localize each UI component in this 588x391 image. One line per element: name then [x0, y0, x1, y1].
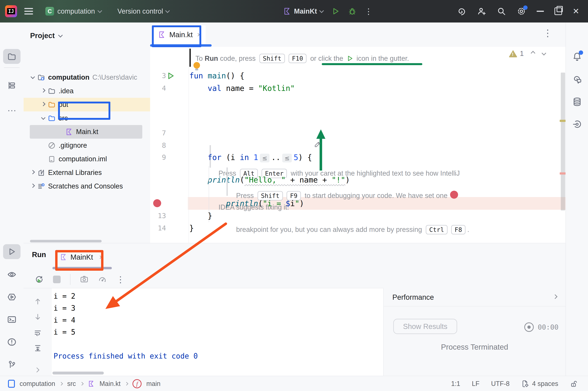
rerun-button[interactable]	[35, 275, 44, 284]
tree-item-idea[interactable]: .idea	[24, 84, 168, 98]
line-number: 8	[150, 139, 166, 152]
tab-options-button[interactable]: ⋮	[543, 28, 552, 38]
status-bar: computation src Main.kt f main 1:1 LF UT…	[0, 376, 588, 391]
caret-position-widget[interactable]: 1:1	[451, 380, 460, 388]
line-number: 14	[150, 222, 166, 234]
tree-item-gitignore[interactable]: .gitignore	[24, 139, 168, 152]
tree-item-label: Scratches and Consoles	[48, 182, 123, 190]
radar-icon[interactable]	[572, 119, 582, 130]
tree-item-scratches[interactable]: Scratches and Consoles	[24, 180, 158, 193]
problems-tool-button[interactable]	[3, 335, 20, 349]
soft-wrap-button[interactable]	[34, 329, 42, 337]
left-tool-window-stripe: …	[0, 22, 24, 376]
editor-scrollbar[interactable]	[561, 73, 565, 210]
line-ending-widget[interactable]: LF	[472, 380, 480, 388]
project-view-selector[interactable]: Project	[30, 32, 62, 40]
project-badge-icon	[8, 380, 15, 388]
vcs-menu-button[interactable]: Version control	[117, 7, 169, 15]
chevron-right-icon	[41, 88, 45, 93]
tree-item-computation-iml[interactable]: computation.iml	[24, 152, 168, 166]
chevron-down-icon	[58, 33, 63, 37]
prev-problem-button[interactable]	[531, 51, 535, 55]
breakpoint-icon[interactable]	[153, 199, 161, 207]
function-icon: f	[132, 379, 142, 388]
project-widget[interactable]: C computation	[45, 7, 101, 16]
chevron-right-icon[interactable]	[553, 294, 557, 299]
close-button[interactable]: ✕	[573, 7, 579, 15]
horizontal-scrollbar[interactable]	[30, 240, 102, 242]
structure-icon[interactable]	[3, 78, 20, 93]
ai-assistant-chat-icon[interactable]	[572, 74, 582, 85]
chevron-right-icon	[30, 184, 35, 188]
stop-button[interactable]	[53, 276, 61, 283]
inspection-widget[interactable]: 1	[509, 50, 546, 58]
project-tool-button[interactable]	[3, 49, 20, 64]
run-button[interactable]	[331, 7, 340, 16]
project-panel: Project computation C:\Users\davic .idea…	[24, 22, 150, 243]
console-line: i = 4	[54, 314, 198, 326]
tree-item-external-libraries[interactable]: External Libraries	[24, 166, 158, 180]
lock-icon[interactable]	[570, 380, 578, 388]
run-tool-button[interactable]	[3, 244, 20, 259]
minimize-button[interactable]	[537, 11, 544, 12]
console-line: i = 5	[54, 326, 198, 338]
run-configuration-selector[interactable]: MainKt	[283, 7, 323, 15]
breadcrumb-file[interactable]: Main.kt	[99, 380, 120, 388]
console-horizontal-scrollbar[interactable]	[52, 372, 104, 375]
project-folder-icon	[37, 74, 45, 82]
snapshot-button[interactable]	[80, 275, 89, 284]
breadcrumb-project[interactable]: computation	[20, 380, 55, 388]
debug-button[interactable]	[348, 7, 357, 16]
services-tool-button[interactable]	[3, 290, 20, 304]
file-icon	[48, 155, 56, 163]
run-line-icon[interactable]	[166, 71, 175, 80]
profiler-button[interactable]	[98, 275, 107, 284]
up-stacktrace-button[interactable]	[34, 297, 42, 306]
run-toolbar: ⋮	[24, 271, 383, 288]
kbd-ctrl: Ctrl	[426, 225, 448, 234]
warning-stripe-mark[interactable]	[560, 120, 566, 122]
ai-assistant-icon[interactable]	[457, 6, 466, 16]
tree-item-label: .gitignore	[59, 142, 87, 149]
scratches-icon	[37, 182, 45, 190]
ignored-file-icon	[48, 142, 56, 150]
chevron-down-icon	[165, 8, 170, 13]
breadcrumb-src[interactable]: src	[67, 380, 76, 388]
search-icon[interactable]	[497, 6, 506, 16]
scroll-to-end-button[interactable]	[34, 344, 42, 353]
process-terminated-label: Process Terminated	[384, 343, 566, 351]
show-results-button[interactable]: Show Results	[393, 319, 457, 334]
indent-widget[interactable]: 4 spaces	[521, 380, 558, 388]
annotation-green-underline	[322, 63, 422, 65]
restore-button[interactable]	[554, 7, 562, 15]
title-bar: IJ C computation Version control MainKt …	[0, 0, 588, 22]
git-branch-icon[interactable]	[3, 357, 20, 372]
expand-console-button[interactable]	[34, 366, 41, 374]
tree-item-project-root[interactable]: computation C:\Users\davic	[24, 71, 158, 84]
project-avatar: C	[45, 7, 54, 16]
code-line-13: }	[189, 209, 212, 222]
down-stacktrace-button[interactable]	[34, 313, 42, 322]
annotation-green-arrow-head	[316, 129, 325, 139]
settings-button[interactable]	[517, 6, 526, 16]
code-with-me-icon[interactable]	[477, 6, 486, 16]
kotlin-file-icon	[88, 380, 95, 387]
breadcrumb-function[interactable]: main	[146, 380, 160, 388]
main-menu-button[interactable]	[24, 6, 33, 16]
more-actions-button[interactable]: ⋮	[365, 7, 373, 16]
chevron-down-icon	[98, 8, 102, 13]
next-problem-button[interactable]	[542, 51, 546, 55]
notification-dot	[579, 50, 583, 55]
notifications-bell-icon[interactable]	[572, 52, 582, 61]
breakpoint-dot-illustration	[450, 191, 458, 199]
eye-icon[interactable]	[3, 267, 20, 282]
code-editor[interactable]: To Run code, press ShiftF10 or click the…	[150, 47, 566, 243]
terminal-tool-button[interactable]	[3, 312, 20, 327]
run-options-button[interactable]: ⋮	[116, 274, 125, 285]
kbd-shift: Shift	[259, 54, 285, 63]
more-tool-windows-button[interactable]: …	[3, 100, 20, 115]
encoding-widget[interactable]: UTF-8	[491, 380, 510, 388]
database-icon[interactable]	[572, 97, 582, 107]
line-number: 4	[150, 82, 166, 95]
breakpoint-stripe-mark[interactable]	[560, 172, 566, 175]
